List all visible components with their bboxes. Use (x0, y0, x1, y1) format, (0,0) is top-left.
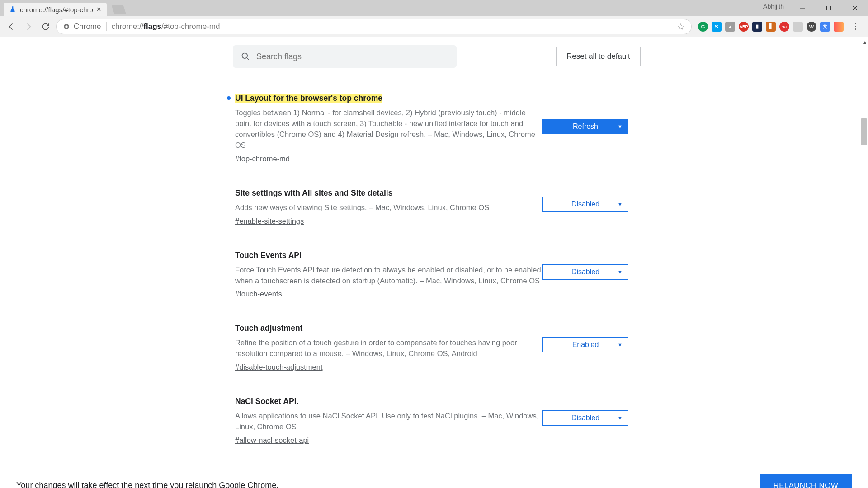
flag-anchor-link[interactable]: #allow-nacl-socket-api (235, 436, 309, 445)
flag-select[interactable]: Disabled▼ (542, 197, 628, 212)
flask-icon (9, 6, 16, 13)
flag-description: Refine the position of a touch gesture i… (235, 338, 542, 359)
address-bar: Chrome chrome://flags/#top-chrome-md ☆ G… (0, 16, 868, 37)
maximize-button[interactable] (816, 0, 842, 16)
svg-point-6 (242, 53, 248, 59)
flag-description: Toggles between 1) Normal - for clamshel… (235, 108, 542, 151)
flags-list: UI Layout for the browser's top chromeTo… (235, 78, 633, 465)
site-label: Chrome (74, 22, 101, 31)
close-window-button[interactable] (842, 0, 868, 16)
forward-button[interactable] (22, 20, 35, 33)
flag-title: Site settings with All sites and Site de… (235, 188, 392, 197)
url-text: chrome://flags/#top-chrome-md (111, 22, 220, 31)
flag-row: NaCl Socket API.Allows applications to u… (235, 397, 633, 445)
flag-anchor-link[interactable]: #top-chrome-md (235, 155, 290, 163)
extension-bars-icon[interactable]: ▮ (752, 22, 762, 32)
extension-grammarly-icon[interactable]: G (698, 22, 708, 32)
flag-row: Site settings with All sites and Site de… (235, 188, 633, 225)
window-controls (789, 0, 868, 16)
chevron-down-icon: ▼ (618, 269, 623, 275)
flag-description: Adds new ways of viewing Site settings. … (235, 202, 542, 213)
extension-skype-icon[interactable]: S (712, 22, 722, 32)
search-flags-input[interactable] (256, 52, 448, 61)
chevron-down-icon: ▼ (618, 124, 623, 129)
flag-select[interactable]: Refresh▼ (542, 119, 628, 134)
extension-book-icon[interactable]: ▋ (766, 22, 776, 32)
flag-row: Touch adjustmentRefine the position of a… (235, 324, 633, 371)
flag-title: NaCl Socket API. (235, 397, 298, 406)
svg-line-7 (247, 58, 249, 60)
flag-select-value: Enabled (572, 341, 599, 349)
search-flags-field[interactable] (233, 45, 457, 68)
flag-select-value: Disabled (571, 200, 599, 208)
flag-select-value: Disabled (571, 268, 599, 276)
relaunch-message: Your changes will take effect the next t… (16, 481, 278, 488)
close-tab-icon[interactable]: × (97, 5, 101, 14)
extension-adblock-icon[interactable]: ABP (739, 22, 749, 32)
bookmark-star-icon[interactable]: ☆ (677, 21, 685, 32)
svg-point-5 (65, 25, 67, 28)
site-identity: Chrome (63, 22, 107, 31)
minimize-button[interactable] (789, 0, 816, 16)
extension-translate-icon[interactable]: 文 (820, 22, 830, 32)
window-titlebar: chrome://flags/#top-chro × Abhijith (0, 0, 868, 16)
flag-select-value: Disabled (571, 414, 599, 422)
flag-row: UI Layout for the browser's top chromeTo… (235, 94, 633, 163)
window-user-label[interactable]: Abhijith (763, 3, 784, 10)
flag-select[interactable]: Enabled▼ (542, 337, 628, 352)
reset-all-button[interactable]: Reset all to default (556, 47, 641, 66)
flag-anchor-link[interactable]: #enable-site-settings (235, 217, 304, 225)
flag-title: Touch Events API (235, 251, 302, 260)
chrome-menu-button[interactable] (850, 23, 861, 30)
search-icon (241, 52, 250, 61)
flags-header: Reset all to default (0, 37, 868, 78)
new-tab-button[interactable] (111, 5, 126, 14)
flag-title: Touch adjustment (235, 324, 302, 333)
flag-description: Allows applications to use NaCl Socket A… (235, 411, 542, 432)
reload-button[interactable] (39, 20, 52, 33)
browser-tab[interactable]: chrome://flags/#top-chro × (4, 3, 107, 16)
modified-dot-icon (227, 96, 231, 100)
extension-postman-icon[interactable] (834, 22, 844, 32)
flag-select[interactable]: Disabled▼ (542, 410, 628, 426)
flag-row: Touch Events APIForce Touch Events API f… (235, 251, 633, 299)
page-viewport: ▴ Reset all to default UI Layout for the… (0, 37, 868, 465)
back-button[interactable] (5, 20, 18, 33)
extensions-row: G S ▲ ABP ▮ ▋ va W 文 (698, 22, 844, 32)
flag-anchor-link[interactable]: #touch-events (235, 290, 282, 298)
omnibox[interactable]: Chrome chrome://flags/#top-chrome-md ☆ (56, 19, 692, 34)
flag-select-value: Refresh (573, 122, 598, 131)
flag-anchor-link[interactable]: #disable-touch-adjustment (235, 363, 323, 371)
extension-gray-icon[interactable] (793, 22, 803, 32)
tab-title: chrome://flags/#top-chro (20, 6, 93, 14)
extension-w-icon[interactable]: W (807, 22, 816, 32)
flag-description: Force Touch Events API feature detection… (235, 265, 542, 286)
chevron-down-icon: ▼ (618, 415, 623, 421)
chrome-icon (63, 23, 70, 30)
flag-title: UI Layout for the browser's top chrome (235, 94, 382, 103)
extension-pocket-icon[interactable]: ▲ (725, 22, 735, 32)
extension-red-icon[interactable]: va (779, 22, 789, 32)
svg-rect-1 (827, 6, 831, 10)
relaunch-now-button[interactable]: RELAUNCH NOW (760, 474, 852, 488)
relaunch-bar: Your changes will take effect the next t… (0, 465, 868, 488)
flag-select[interactable]: Disabled▼ (542, 264, 628, 280)
chevron-down-icon: ▼ (618, 202, 623, 207)
chevron-down-icon: ▼ (618, 342, 623, 347)
